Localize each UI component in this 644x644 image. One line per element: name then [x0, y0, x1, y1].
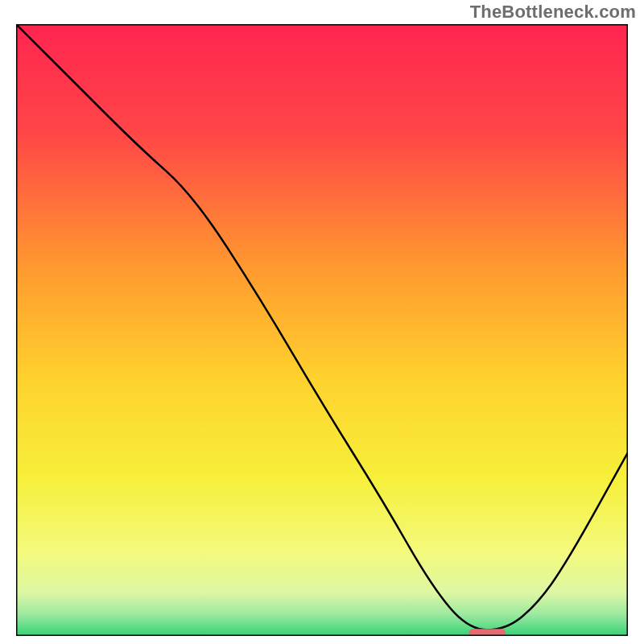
chart-area	[16, 24, 628, 636]
watermark-text: TheBottleneck.com	[470, 2, 636, 23]
chart-svg	[16, 24, 628, 636]
